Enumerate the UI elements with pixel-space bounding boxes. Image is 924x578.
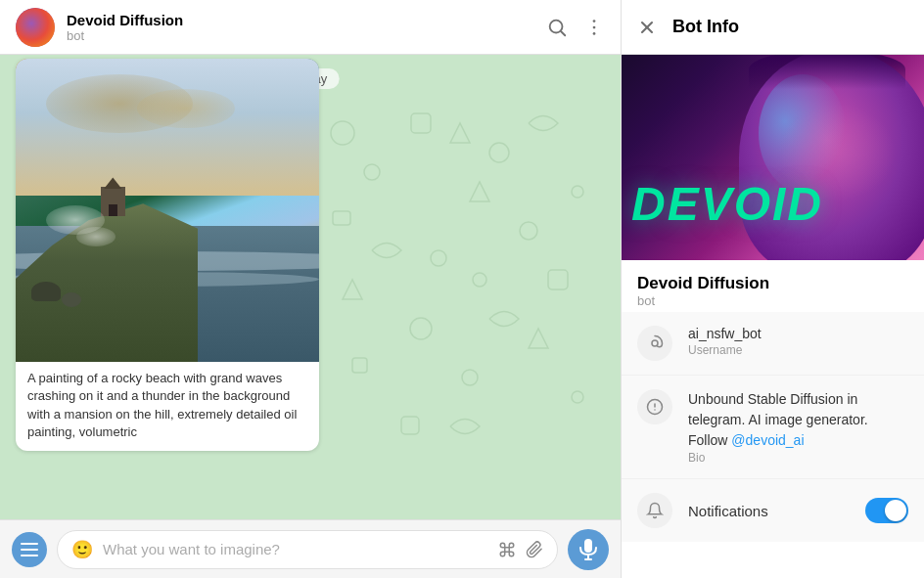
attach-icon[interactable] [526,541,543,558]
chat-header: Devoid Diffusion bot [0,0,621,55]
svg-point-4 [593,32,596,35]
svg-point-8 [489,143,509,162]
svg-point-6 [364,164,380,180]
menu-button[interactable] [12,532,47,567]
svg-rect-22 [21,555,38,556]
svg-point-5 [331,121,354,145]
svg-rect-20 [21,543,38,545]
svg-rect-7 [411,113,431,133]
svg-point-9 [572,186,583,198]
bot-display-name: Devoid Diffusion [637,274,908,293]
svg-point-13 [473,273,486,287]
username-label: Username [688,343,908,357]
message-image [16,59,319,362]
chat-header-info: Devoid Diffusion bot [67,12,534,43]
input-placeholder[interactable]: What you want to imagine? [103,541,488,557]
username-row: ai_nsfw_bot Username [622,312,924,376]
bio-content: Unbound Stable Diffusion in telegram. AI… [688,389,908,465]
svg-rect-14 [548,270,568,289]
mic-button[interactable] [568,529,609,570]
message-input-wrap: 🙂 What you want to imagine? [57,530,558,569]
bio-icon [637,389,672,424]
notifications-row: Notifications [622,479,924,542]
svg-rect-10 [333,211,350,225]
bot-avatar[interactable] [16,8,55,47]
info-panel: Bot Info DEVOID Devoid Diffusion bot [621,0,924,578]
svg-point-18 [572,391,583,403]
svg-rect-21 [21,549,38,551]
svg-point-15 [410,318,432,339]
command-icon[interactable] [498,541,516,558]
svg-point-3 [593,25,596,28]
svg-point-11 [520,222,537,240]
chat-bot-subtitle: bot [67,28,534,43]
bot-type-label: bot [637,293,908,308]
svg-point-2 [593,20,596,22]
notifications-toggle[interactable] [865,498,908,523]
svg-point-0 [550,20,563,32]
svg-rect-23 [584,539,592,553]
scene-sky [16,59,319,196]
message-bubble: A painting of a rocky beach with grand w… [16,59,319,451]
username-content: ai_nsfw_bot Username [688,326,908,357]
hero-brand-text: DEVOID [631,177,823,231]
bot-name-row: Devoid Diffusion bot [622,260,924,312]
toggle-knob [885,500,906,521]
notifications-icon [637,493,672,528]
svg-rect-12 [431,250,446,266]
more-options-icon[interactable] [583,17,605,38]
chat-bot-name: Devoid Diffusion [67,12,534,28]
message-text: A painting of a rocky beach with grand w… [16,362,319,451]
scene-cliff [16,196,198,363]
search-icon[interactable] [546,17,568,38]
chat-panel: Devoid Diffusion bot [0,0,621,578]
svg-point-17 [462,370,478,385]
panel-title: Bot Info [672,17,739,37]
bio-link[interactable]: @devoid_ai [731,432,804,448]
username-icon [637,326,672,361]
scene-mansion [101,187,125,216]
chat-body: Today [0,55,621,519]
bio-text: Unbound Stable Diffusion in telegram. AI… [688,389,908,451]
info-header: Bot Info [622,0,924,55]
chat-input-bar: 🙂 What you want to imagine? [0,519,621,578]
close-button[interactable] [637,18,657,37]
notifications-label: Notifications [688,503,850,519]
bot-hero: DEVOID [622,55,924,260]
info-rows: ai_nsfw_bot Username Unbound Stable Diff… [622,312,924,578]
header-icons [546,17,605,38]
emoji-icon[interactable]: 🙂 [71,539,93,560]
username-value: ai_nsfw_bot [688,326,908,341]
svg-rect-19 [401,417,419,434]
svg-rect-16 [352,358,367,373]
svg-line-1 [561,31,565,35]
bio-row: Unbound Stable Diffusion in telegram. AI… [622,376,924,479]
bio-label: Bio [688,451,908,465]
